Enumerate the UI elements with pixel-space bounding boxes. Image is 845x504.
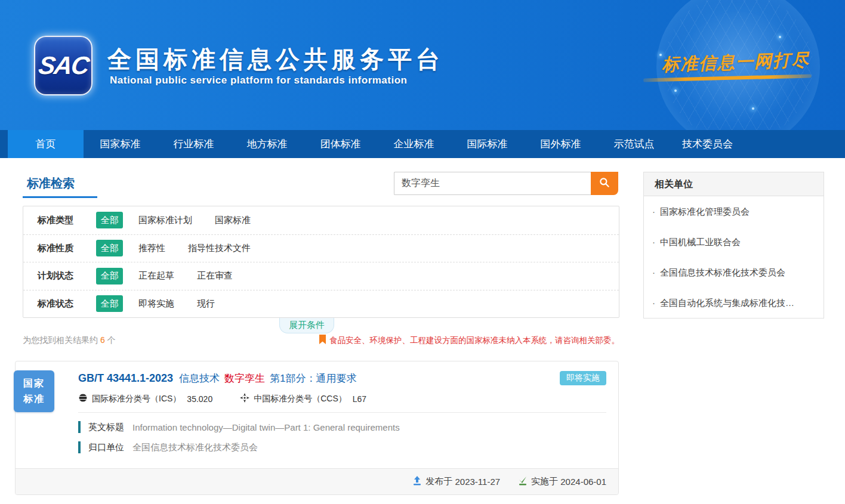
- card-footer: 发布于 2023-11-27 实施于 2024-06-01: [16, 468, 618, 494]
- filter-row-standard-type: 标准类型 全部 国家标准计划 国家标准: [23, 206, 619, 234]
- filter-row-standard-nature: 标准性质 全部 推荐性 指导性技术文件: [23, 234, 619, 262]
- english-title-row: 英文标题 Information technology—Digital twin…: [78, 421, 606, 433]
- implement-date: 2024-06-01: [560, 477, 606, 487]
- globe-icon: [78, 393, 92, 404]
- results-count: 6: [98, 335, 107, 345]
- card-title-row: GB/T 43441.1-2023 信息技术 数字孪生 第1部分：通用要求 即将…: [78, 371, 606, 385]
- results-summary-row: 为您找到相关结果约6个 食品安全、环境保护、工程建设方面的国家标准未纳入本系统，…: [23, 333, 619, 348]
- search-button[interactable]: [591, 172, 618, 195]
- filter-option[interactable]: 正在审查: [197, 270, 233, 282]
- ccs-value: L67: [353, 394, 366, 404]
- results-summary: 为您找到相关结果约6个: [23, 335, 116, 346]
- filter-label: 标准性质: [38, 243, 96, 254]
- english-title-value: Information technology—Digital twin—Part…: [132, 422, 400, 432]
- expand-conditions-button[interactable]: 展开条件: [279, 318, 334, 333]
- system-notice: 食品安全、环境保护、工程建设方面的国家标准未纳入本系统，请咨询相关部委。: [319, 335, 619, 347]
- english-title-label: 英文标题: [88, 422, 124, 433]
- filter-option[interactable]: 正在起草: [138, 270, 174, 282]
- sac-logo-text: SAC: [36, 51, 90, 80]
- committee-value: 全国信息技术标准化技术委员会: [132, 442, 258, 453]
- filter-option[interactable]: 即将实施: [138, 298, 174, 310]
- card-main: GB/T 43441.1-2023 信息技术 数字孪生 第1部分：通用要求 即将…: [16, 361, 618, 404]
- search-bar: [394, 172, 618, 195]
- nav-item-industry-standards[interactable]: 行业标准: [157, 130, 230, 158]
- ics-classification: 国际标准分类号（ICS） 35.020: [78, 393, 212, 404]
- publish-date-item: 发布于 2023-11-27: [412, 476, 500, 487]
- standard-type-badge: 国家标准: [14, 370, 54, 412]
- nav-item-local-standards[interactable]: 地方标准: [230, 130, 304, 158]
- filter-all-button[interactable]: 全部: [96, 295, 123, 312]
- page-title-underline: [23, 196, 97, 198]
- nav-item-group-standards[interactable]: 团体标准: [304, 130, 377, 158]
- search-icon: [599, 177, 610, 190]
- sparkle-dot: [779, 36, 781, 38]
- filter-all-button[interactable]: 全部: [96, 268, 123, 285]
- filter-label: 标准状态: [38, 298, 96, 310]
- filter-option[interactable]: 推荐性: [138, 243, 165, 254]
- filter-row-standard-status: 标准状态 全部 即将实施 现行: [23, 290, 619, 318]
- teal-bar: [78, 441, 81, 453]
- search-input[interactable]: [394, 172, 591, 195]
- sidebar-item-nits[interactable]: 全国信息技术标准化技术委员会: [644, 257, 824, 287]
- bookmark-icon: [319, 335, 326, 347]
- page-title: 标准检索: [27, 175, 75, 191]
- filter-option[interactable]: 现行: [197, 298, 215, 310]
- sidebar-item-automation[interactable]: 全国自动化系统与集成标准化技…: [644, 287, 824, 318]
- committee-row: 归口单位 全国信息技术标准化技术委员会: [78, 441, 606, 453]
- nav-item-technical-committee[interactable]: 技术委员会: [671, 130, 744, 158]
- nav-item-foreign-standards[interactable]: 国外标准: [524, 130, 597, 158]
- standard-title-part1[interactable]: 信息技术: [179, 372, 220, 385]
- implement-date-item: 实施于 2024-06-01: [518, 476, 606, 487]
- standard-code-link[interactable]: GB/T 43441.1-2023: [78, 372, 173, 385]
- filter-option[interactable]: 指导性技术文件: [188, 243, 251, 254]
- notice-text: 食品安全、环境保护、工程建设方面的国家标准未纳入本系统，请咨询相关部委。: [329, 335, 619, 346]
- nav-item-national-standards[interactable]: 国家标准: [84, 130, 157, 158]
- card-meta-row: 国际标准分类号（ICS） 35.020 中国标准分类号（CCS） L67: [78, 393, 606, 404]
- result-card: 国家标准 GB/T 43441.1-2023 信息技术 数字孪生 第1部分：通用…: [15, 361, 619, 495]
- site-title: 全国标准信息公共服务平台: [107, 43, 444, 76]
- filter-label: 标准类型: [38, 215, 96, 226]
- site-subtitle: National public service platform for sta…: [110, 75, 407, 86]
- filter-all-button[interactable]: 全部: [96, 212, 123, 228]
- related-units-panel: 相关单位 国家标准化管理委员会 中国机械工业联合会 全国信息技术标准化技术委员会…: [643, 172, 824, 319]
- site-header: SAC 全国标准信息公共服务平台 National public service…: [0, 0, 845, 130]
- compass-icon: [240, 393, 254, 404]
- sidebar-item-sac[interactable]: 国家标准化管理委员会: [644, 196, 824, 227]
- main-nav: 首页 国家标准 行业标准 地方标准 团体标准 企业标准 国际标准 国外标准 示范…: [0, 130, 845, 158]
- filter-label: 计划状态: [38, 270, 96, 282]
- check-icon: [518, 476, 531, 487]
- nav-item-international-standards[interactable]: 国际标准: [451, 130, 524, 158]
- ics-value: 35.020: [187, 394, 212, 404]
- filter-row-plan-status: 计划状态 全部 正在起草 正在审查: [23, 262, 619, 290]
- nav-item-home[interactable]: 首页: [8, 130, 84, 158]
- upload-icon: [412, 476, 425, 487]
- sparkle-dot: [752, 107, 754, 110]
- publish-date: 2023-11-27: [455, 477, 500, 487]
- filter-panel: 标准类型 全部 国家标准计划 国家标准 标准性质 全部 推荐性 指导性技术文件 …: [23, 206, 619, 318]
- card-separator: [78, 412, 606, 413]
- committee-label: 归口单位: [88, 442, 124, 453]
- standard-title-highlight[interactable]: 数字孪生: [224, 372, 265, 385]
- filter-option[interactable]: 国家标准计划: [138, 215, 192, 226]
- teal-bar: [78, 421, 81, 433]
- ccs-classification: 中国标准分类号（CCS） L67: [240, 393, 366, 404]
- related-units-title: 相关单位: [644, 172, 824, 196]
- sparkle-dot: [674, 89, 677, 92]
- sac-logo[interactable]: SAC: [34, 36, 92, 95]
- sidebar-item-cmif[interactable]: 中国机械工业联合会: [644, 227, 824, 257]
- filter-all-button[interactable]: 全部: [96, 240, 123, 256]
- filter-option[interactable]: 国家标准: [215, 215, 251, 226]
- status-badge: 即将实施: [560, 371, 606, 385]
- nav-item-pilot[interactable]: 示范试点: [597, 130, 671, 158]
- standard-title-part2[interactable]: 第1部分：通用要求: [270, 372, 356, 385]
- nav-item-enterprise-standards[interactable]: 企业标准: [377, 130, 451, 158]
